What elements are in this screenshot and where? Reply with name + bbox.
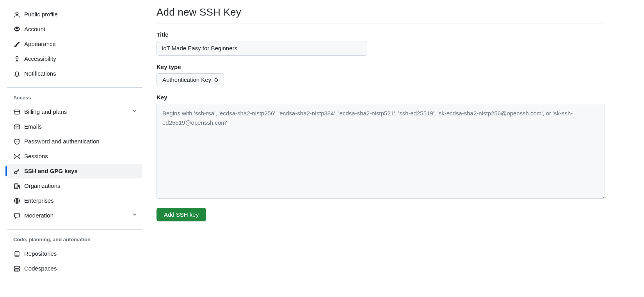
sidebar-group-access: Billing and plans Emails Password and au… [7, 104, 142, 226]
organization-icon [13, 182, 20, 189]
add-ssh-key-button[interactable]: Add SSH key [157, 208, 206, 221]
sidebar-item-label: Password and authentication [24, 137, 138, 146]
sidebar-item-password-auth[interactable]: Password and authentication [7, 134, 142, 149]
sidebar-item-label: Sessions [24, 152, 138, 161]
gear-icon [13, 26, 20, 33]
key-textarea[interactable] [157, 104, 605, 199]
key-label: Key [157, 94, 605, 101]
keytype-select[interactable]: Authentication Key [157, 73, 224, 86]
paintbrush-icon [13, 41, 20, 48]
repo-icon [13, 250, 20, 257]
sidebar-item-codespaces[interactable]: Codespaces [7, 261, 142, 276]
sidebar-heading-code: Code, planning, and automation [7, 235, 142, 246]
sidebar-divider [7, 229, 142, 230]
chevron-down-icon [132, 108, 138, 116]
key-icon [13, 168, 20, 175]
credit-card-icon [13, 108, 20, 115]
sidebar-item-notifications[interactable]: Notifications [7, 66, 142, 81]
form-group-keytype: Key type Authentication Key [157, 64, 605, 86]
sidebar-group-code: Repositories Codespaces [7, 246, 142, 279]
broadcast-icon [13, 153, 20, 160]
sidebar-item-moderation[interactable]: Moderation [7, 208, 142, 223]
chevron-down-icon [132, 211, 138, 220]
form-group-key: Key [157, 94, 605, 200]
sidebar-item-enterprises[interactable]: Enterprises [7, 193, 142, 208]
sidebar-item-label: Codespaces [24, 264, 138, 273]
sidebar-item-label: Notifications [24, 69, 138, 78]
sidebar-item-billing[interactable]: Billing and plans [7, 104, 142, 119]
sidebar-item-label: Account [24, 25, 138, 34]
sidebar-item-label: Organizations [24, 182, 138, 190]
sidebar-item-label: Appearance [24, 40, 138, 48]
sidebar-item-label: Repositories [24, 249, 138, 258]
keytype-label: Key type [157, 64, 605, 70]
main-content: Add new SSH Key Title Key type Authentic… [150, 0, 644, 297]
sidebar-item-account[interactable]: Account [7, 22, 142, 37]
settings-sidebar: Public profile Account Appearance Access… [0, 0, 150, 297]
sidebar-item-label: Billing and plans [24, 108, 128, 116]
comment-icon [13, 212, 20, 219]
title-label: Title [157, 31, 605, 38]
sidebar-item-sessions[interactable]: Sessions [7, 149, 142, 164]
sidebar-divider [7, 87, 142, 88]
form-group-title: Title [157, 31, 605, 56]
sidebar-item-accessibility[interactable]: Accessibility [7, 51, 142, 66]
globe-icon [13, 197, 20, 204]
select-caret-icon [214, 78, 218, 82]
sidebar-item-label: Emails [24, 122, 138, 131]
sidebar-item-label: SSH and GPG keys [24, 167, 138, 175]
sidebar-item-emails[interactable]: Emails [7, 119, 142, 134]
sidebar-item-public-profile[interactable]: Public profile [7, 7, 142, 22]
sidebar-item-repositories[interactable]: Repositories [7, 246, 142, 261]
sidebar-item-organizations[interactable]: Organizations [7, 179, 142, 193]
accessibility-icon [13, 55, 20, 62]
shield-lock-icon [13, 138, 20, 145]
sidebar-item-ssh-gpg-keys[interactable]: SSH and GPG keys [7, 164, 142, 179]
sidebar-item-appearance[interactable]: Appearance [7, 37, 142, 51]
sidebar-heading-access: Access [7, 93, 142, 104]
sidebar-item-label: Public profile [24, 10, 138, 19]
bell-icon [13, 70, 20, 77]
sidebar-item-label: Enterprises [24, 196, 138, 205]
sidebar-item-label: Moderation [24, 211, 128, 220]
title-input[interactable] [157, 41, 367, 56]
sidebar-group-general: Public profile Account Appearance Access… [7, 7, 142, 84]
keytype-value: Authentication Key [162, 76, 211, 83]
person-icon [13, 11, 20, 18]
mail-icon [13, 123, 20, 130]
codespaces-icon [13, 265, 20, 272]
sidebar-item-label: Accessibility [24, 55, 138, 63]
page-title: Add new SSH Key [157, 6, 605, 23]
